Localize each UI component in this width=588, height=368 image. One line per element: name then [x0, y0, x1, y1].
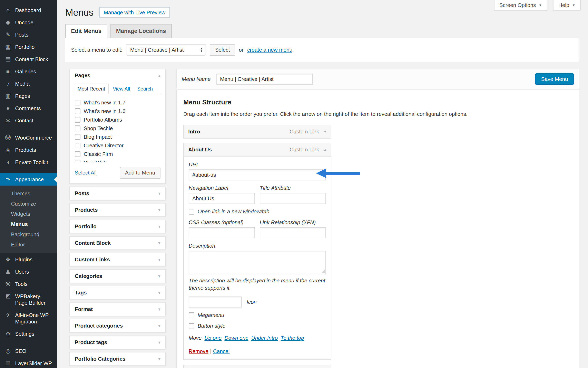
manage-live-preview-button[interactable]: Manage with Live Preview [99, 7, 170, 18]
box-posts-header[interactable]: Posts▾ [70, 187, 165, 200]
box-tags-header[interactable]: Tags▾ [70, 286, 165, 299]
box-products-header[interactable]: Products▾ [70, 203, 165, 216]
move-up-one-link[interactable]: Up one [205, 335, 222, 341]
open-new-tab-checkbox[interactable] [189, 209, 194, 215]
sidebar-item-media[interactable]: ♪Media [0, 78, 57, 90]
submenu-item-widgets[interactable]: Widgets [0, 209, 57, 219]
tab-search[interactable]: Search [134, 84, 156, 94]
box-product-tags-header[interactable]: Product tags▾ [70, 336, 165, 349]
sidebar-item-wpbakery[interactable]: ◩WPBakery Page Builder [0, 290, 57, 309]
sidebar-item-appearance[interactable]: ✑Appearance [0, 173, 57, 185]
checkbox[interactable] [75, 151, 80, 157]
menu-select-dropdown[interactable]: Menu | Creative | Artist ▲▼ [126, 44, 206, 55]
open-new-tab-row[interactable]: Open link in a new window/tab [189, 208, 326, 215]
button-style-row[interactable]: Button style [189, 323, 326, 329]
checkbox[interactable] [75, 125, 80, 131]
sidebar-item-dashboard[interactable]: ⌂Dashboard [0, 4, 57, 16]
submenu-item-customize[interactable]: Customize [0, 199, 57, 209]
move-to-top-link[interactable]: To the top [281, 335, 304, 341]
sidebar-item-settings[interactable]: ⚙Settings [0, 328, 57, 340]
tab-most-recent[interactable]: Most Recent [74, 83, 109, 94]
tab-view-all[interactable]: View All [110, 84, 133, 94]
page-checkbox-item[interactable]: What's new in 1.7 [75, 98, 160, 107]
submenu-item-background[interactable]: Background [0, 229, 57, 239]
link-relationship-input[interactable] [260, 227, 326, 238]
checkbox[interactable] [75, 108, 80, 114]
select-all-link[interactable]: Select All [75, 170, 97, 176]
checkbox[interactable] [75, 100, 80, 105]
submenu-item-themes[interactable]: Themes [0, 188, 57, 199]
page-checkbox-item[interactable]: Creative Director [75, 141, 160, 150]
select-button[interactable]: Select [210, 44, 235, 55]
page-checkbox-item[interactable]: Classic Firm [75, 150, 160, 158]
box-custom-links-header[interactable]: Custom Links▾ [70, 253, 165, 266]
resize-grip-icon[interactable] [321, 269, 325, 273]
sidebar-item-woocommerce[interactable]: ⓌWooCommerce [0, 132, 57, 144]
page-checkbox-item[interactable]: What's new in 1.6 [75, 107, 160, 115]
sidebar-item-layerslider[interactable]: ≣LayerSlider WP [0, 357, 57, 368]
remove-link[interactable]: Remove [189, 348, 208, 354]
add-to-menu-button[interactable]: Add to Menu [120, 167, 160, 178]
navigation-label-input[interactable] [189, 193, 255, 204]
box-portfolio-categories-header[interactable]: Portfolio Categories▾ [70, 352, 165, 365]
screen-options-button[interactable]: Screen Options ▼ [494, 0, 547, 11]
content-columns: Pages ▴ Most Recent View All Search What… [69, 69, 579, 368]
menu-name-input[interactable] [216, 74, 313, 85]
page-checkbox-item[interactable]: Blog Impact [75, 133, 160, 141]
sidebar-item-products[interactable]: ◈Products [0, 144, 57, 156]
sidebar-item-uncode[interactable]: ◆Uncode [0, 16, 57, 29]
move-down-one-link[interactable]: Down one [224, 335, 248, 341]
submenu-item-menus[interactable]: Menus [0, 219, 57, 229]
checkbox[interactable] [75, 134, 80, 140]
page-checkbox-item[interactable]: Blog Wide [75, 158, 160, 162]
page-checkbox-item[interactable]: Portfolio Albums [75, 115, 160, 124]
checkbox[interactable] [75, 160, 80, 162]
tab-edit-menus[interactable]: Edit Menus [65, 24, 107, 38]
box-categories-header[interactable]: Categories▾ [70, 270, 165, 283]
page-checkbox-item[interactable]: Shop Techie [75, 124, 160, 133]
menu-item-about-us[interactable]: About Us Custom Link ▴ [183, 143, 331, 156]
title-attribute-input[interactable] [260, 193, 326, 204]
box-content-block-header[interactable]: Content Block▾ [70, 237, 165, 249]
tab-manage-locations[interactable]: Manage Locations [110, 24, 172, 38]
chevron-down-icon[interactable]: ▾ [324, 129, 326, 134]
checkbox[interactable] [75, 143, 80, 148]
chevron-up-icon[interactable]: ▴ [324, 147, 326, 152]
sidebar-item-contact[interactable]: ✉Contact [0, 114, 57, 127]
submenu-item-editor[interactable]: Editor [0, 239, 57, 250]
button-style-checkbox[interactable] [189, 323, 194, 329]
pages-box-header[interactable]: Pages ▴ [70, 69, 165, 82]
description-textarea[interactable] [189, 251, 326, 274]
box-product-categories-header[interactable]: Product categories▾ [70, 319, 165, 332]
sidebar-item-pages[interactable]: ▥Pages [0, 90, 57, 102]
sidebar-item-plugins[interactable]: ❖Plugins [0, 253, 57, 266]
menu-item-videoclip[interactable]: Videoclip Custom Link ▾ [183, 365, 331, 368]
sidebar-item-comments[interactable]: ●Comments [0, 102, 57, 114]
sidebar-item-users[interactable]: ♟Users [0, 266, 57, 278]
box-format-header[interactable]: Format▾ [70, 303, 165, 316]
checkbox[interactable] [75, 117, 80, 123]
help-button[interactable]: Help ▼ [553, 0, 581, 11]
megamenu-row[interactable]: Megamenu [189, 312, 326, 318]
pages-box-controls: Select All Add to Menu [70, 163, 165, 183]
cancel-link[interactable]: Cancel [213, 348, 230, 354]
sidebar-item-galleries[interactable]: ▣Galleries [0, 65, 57, 78]
megamenu-checkbox[interactable] [189, 313, 194, 318]
metabox-column: Pages ▴ Most Recent View All Search What… [69, 69, 166, 368]
icon-input[interactable] [189, 296, 242, 307]
box-product-categories: Product categories▾ [69, 319, 166, 333]
move-under-intro-link[interactable]: Under Intro [251, 335, 278, 341]
sidebar-item-envato-toolkit[interactable]: ◖Envato Toolkit [0, 156, 57, 168]
menu-item-intro[interactable]: Intro Custom Link ▾ [183, 125, 331, 138]
sidebar-item-all-in-one-wp-migration[interactable]: ✈All-in-One WP Migration [0, 309, 57, 328]
sidebar-item-posts[interactable]: ✎Posts [0, 29, 57, 41]
sidebar-item-content-block[interactable]: ▤Content Block [0, 53, 57, 65]
css-classes-input[interactable] [189, 227, 255, 238]
sidebar-item-seo[interactable]: ◎SEO [0, 345, 57, 357]
sidebar-item-portfolio[interactable]: ▦Portfolio [0, 41, 57, 53]
url-input[interactable] [189, 169, 326, 180]
save-menu-button[interactable]: Save Menu [535, 73, 574, 85]
sidebar-item-tools[interactable]: ⚒Tools [0, 278, 57, 290]
create-new-menu-link[interactable]: create a new menu [247, 47, 292, 53]
box-portfolio-header[interactable]: Portfolio▾ [70, 220, 165, 233]
